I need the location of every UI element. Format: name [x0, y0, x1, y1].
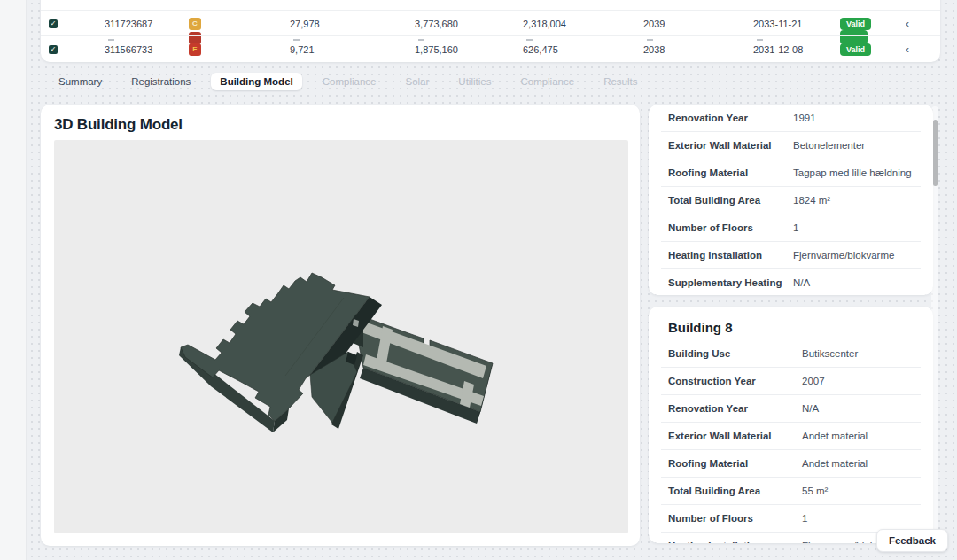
detail-label: Roofing Material: [661, 458, 802, 469]
detail-row: Renovation Year N/A: [661, 395, 921, 423]
detail-row: Renovation Year 1991: [661, 105, 921, 132]
detail-value: Butikscenter: [802, 348, 858, 359]
detail-label: Total Building Area: [661, 195, 793, 206]
detail-row: Roofing Material Andet material: [661, 450, 921, 478]
building8-title: Building 8: [668, 320, 933, 335]
detail-label: Construction Year: [661, 376, 802, 386]
consumption-value: 9,721: [290, 44, 315, 55]
detail-row: Construction Year 2007: [661, 368, 921, 395]
detail-value: Tagpap med lille hældning: [793, 167, 912, 178]
detail-row: Roofing Material Tagpap med lille hældni…: [661, 159, 921, 187]
energy-label-icon: C: [189, 18, 201, 30]
detail-row: Total Building Area 55 m²: [661, 478, 921, 505]
detail-label: Heating Installation: [661, 250, 793, 261]
detail-label: Roofing Material: [661, 167, 793, 178]
detail-label: Number of Floors: [661, 222, 793, 233]
table-row-partial[interactable]: [41, 0, 940, 9]
value-a: 1,875,160: [415, 44, 458, 55]
detail-label: Exterior Wall Material: [661, 140, 793, 151]
tab-solar: Solar: [396, 73, 438, 90]
tab-results: Results: [595, 73, 646, 90]
detail-value: 1: [802, 513, 807, 524]
tab-registrations[interactable]: Registrations: [122, 73, 199, 90]
detail-row: Number of Floors 1: [661, 214, 921, 242]
detail-row: Total Building Area 1824 m²: [661, 187, 921, 214]
detail-value: Fjernvarme/blokvarme: [793, 250, 894, 261]
value-b: 626,475: [523, 44, 558, 55]
tab-utilities: Utilities: [449, 73, 500, 90]
building8-card: Building 8 Building Use Butikscenter Con…: [649, 307, 933, 543]
detail-value: 2007: [802, 376, 825, 386]
detail-label: Exterior Wall Material: [661, 431, 802, 441]
value-b: 2,318,004: [523, 19, 566, 29]
table-row[interactable]: ✓ 311723687 C 27,978 3,773,680 2,318,004…: [41, 10, 940, 36]
page-title: 3D Building Model: [54, 116, 640, 134]
detail-value: Andet material: [802, 431, 868, 441]
tab-compliance-1: Compliance: [314, 73, 385, 90]
valid-until-date: 2031-12-08: [753, 44, 803, 55]
detail-value: N/A: [793, 277, 810, 288]
scrollbar-thumb[interactable]: [933, 120, 938, 186]
building-3d-model[interactable]: [54, 140, 628, 533]
tab-summary[interactable]: Summary: [50, 73, 111, 90]
detail-value: 1991: [793, 113, 816, 123]
detail-label: Building Use: [661, 348, 802, 359]
table-row[interactable]: ✓ 311566733 E 9,721 1,875,160 626,475 20…: [41, 35, 940, 62]
value-a: 3,773,680: [415, 19, 458, 29]
valid-until-date: 2033-11-21: [753, 19, 802, 29]
section-tabs: Summary Registrations Building Model Com…: [50, 73, 646, 90]
model-panel: 3D Building Model: [41, 105, 640, 546]
year-value: 2038: [643, 44, 665, 55]
status-badge: Valid: [840, 43, 871, 56]
status-badge: Valid: [840, 18, 871, 30]
detail-value: 1824 m²: [793, 195, 830, 206]
detail-label: Supplementary Heating: [661, 277, 793, 288]
detail-value: Betonelementer: [793, 140, 865, 151]
model-viewport[interactable]: [54, 140, 628, 533]
detail-value: 1: [793, 222, 798, 233]
collapse-chevron-icon[interactable]: ‹: [906, 43, 909, 56]
tab-compliance-2: Compliance: [511, 73, 583, 90]
row-checkbox[interactable]: ✓: [49, 45, 58, 54]
buildings-table: ✓ 311723687 C 27,978 3,773,680 2,318,004…: [41, 0, 940, 62]
detail-label: Renovation Year: [661, 113, 793, 123]
detail-value: N/A: [802, 403, 819, 414]
building-id: 311723687: [105, 19, 152, 29]
detail-row: Heating Installation Fjernvarme/blokvarm…: [661, 242, 921, 269]
detail-value: Andet material: [802, 458, 868, 469]
tab-building-model[interactable]: Building Model: [211, 73, 301, 90]
feedback-button[interactable]: Feedback: [876, 529, 948, 552]
building-energy-app: { "table": { "rows": [ {"checked":"✓","i…: [0, 0, 957, 560]
year-value: 2039: [643, 19, 665, 29]
energy-label-icon: E: [189, 43, 201, 56]
detail-label: Heating Installation: [661, 541, 802, 543]
detail-row: Supplementary Heating N/A: [661, 269, 921, 295]
collapsed-sidebar: [0, 0, 27, 560]
detail-row: Exterior Wall Material Betonelementer: [661, 132, 921, 159]
building-id: 311566733: [105, 44, 152, 55]
detail-value: 55 m²: [802, 486, 828, 496]
detail-label: Number of Floors: [661, 513, 802, 524]
collapse-chevron-icon[interactable]: ‹: [906, 18, 909, 30]
detail-label: Total Building Area: [661, 486, 802, 496]
detail-label: Renovation Year: [661, 403, 802, 414]
row-checkbox[interactable]: ✓: [49, 19, 58, 28]
building-details-card: Renovation Year 1991 Exterior Wall Mater…: [649, 105, 933, 295]
detail-row: Building Use Butikscenter: [661, 340, 921, 368]
consumption-value: 27,978: [290, 19, 320, 29]
detail-row: Exterior Wall Material Andet material: [661, 423, 921, 450]
